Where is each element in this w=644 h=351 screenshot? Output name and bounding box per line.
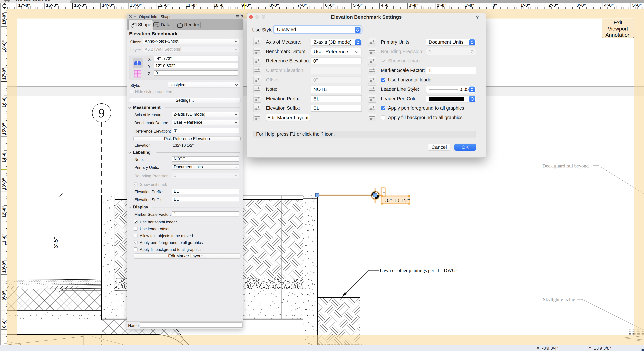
svg-text:17'-0": 17'-0" — [18, 3, 30, 8]
svg-text:14'-0": 14'-0" — [102, 3, 114, 8]
svg-text:16'-0": 16'-0" — [2, 96, 6, 108]
svg-text:132'-10 1/2": 132'-10 1/2" — [382, 197, 410, 203]
svg-text:7'-0": 7'-0" — [297, 3, 307, 8]
svg-text:6'-0": 6'-0" — [325, 3, 334, 8]
svg-text:0": 0" — [492, 3, 497, 8]
svg-text:Lawn or other plantings per "L: Lawn or other plantings per "L" DWGs — [380, 268, 457, 273]
svg-text:16'-0": 16'-0" — [46, 3, 58, 8]
svg-text:12'-0": 12'-0" — [158, 3, 170, 8]
svg-text:11'-0": 11'-0" — [2, 234, 6, 245]
svg-text:1'-0": 1'-0" — [520, 3, 530, 8]
svg-text:18'-0": 18'-0" — [2, 40, 6, 52]
svg-text:4'-0": 4'-0" — [604, 3, 614, 8]
svg-text:13'-0": 13'-0" — [130, 3, 142, 8]
svg-text:8'-0": 8'-0" — [270, 3, 279, 8]
svg-text:13'-0": 13'-0" — [2, 178, 6, 190]
svg-text:4'-0": 4'-0" — [381, 3, 390, 8]
svg-text:Skylight glazing: Skylight glazing — [543, 297, 575, 302]
svg-text:9'-0": 9'-0" — [242, 3, 251, 8]
svg-text:5'-0": 5'-0" — [632, 3, 642, 8]
svg-text:3'-0": 3'-0" — [576, 3, 586, 8]
svg-text:8'-0": 8'-0" — [2, 318, 6, 328]
svg-text:12'-0": 12'-0" — [2, 206, 6, 218]
svg-text:15'-0": 15'-0" — [74, 3, 86, 8]
svg-text:11'-0": 11'-0" — [186, 3, 198, 8]
svg-text:10'-0": 10'-0" — [2, 261, 6, 273]
svg-text:19'-0": 19'-0" — [2, 13, 6, 25]
svg-text:3'-0": 3'-0" — [409, 3, 418, 8]
svg-text:2'-0": 2'-0" — [437, 3, 446, 8]
svg-text:17'-0": 17'-0" — [2, 68, 6, 80]
svg-text:5'-0": 5'-0" — [353, 3, 363, 8]
svg-text:14'-0": 14'-0" — [2, 150, 6, 162]
svg-text:1'-0": 1'-0" — [465, 3, 474, 8]
svg-text:10'-0": 10'-0" — [214, 3, 226, 8]
svg-text:9'-0": 9'-0" — [2, 291, 6, 300]
svg-text:3'-5": 3'-5" — [52, 237, 59, 248]
svg-text:9: 9 — [98, 106, 105, 120]
svg-text:Deck guard rail beyond: Deck guard rail beyond — [542, 163, 588, 168]
svg-text:15'-0": 15'-0" — [2, 123, 6, 135]
svg-text:2'-0": 2'-0" — [548, 3, 558, 8]
